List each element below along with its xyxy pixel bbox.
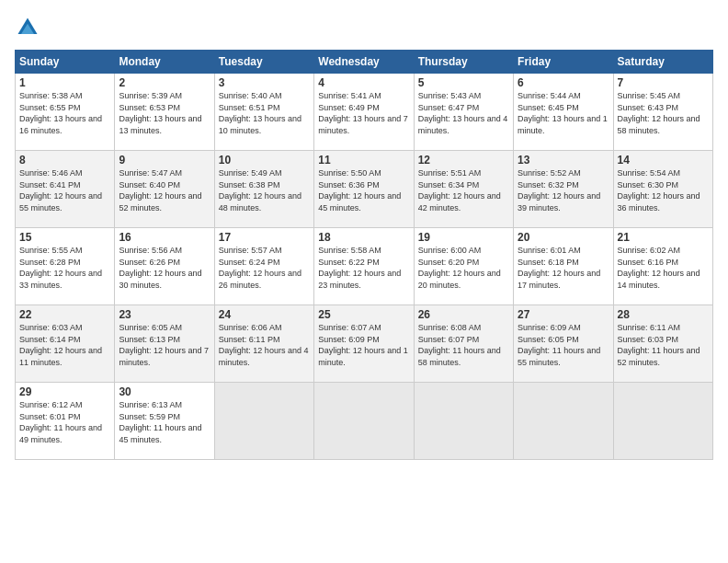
- table-row: 7Sunrise: 5:45 AMSunset: 6:43 PMDaylight…: [613, 74, 712, 151]
- table-row: 20Sunrise: 6:01 AMSunset: 6:18 PMDayligh…: [514, 228, 613, 305]
- day-number: 2: [119, 76, 210, 89]
- table-row: 5Sunrise: 5:43 AMSunset: 6:47 PMDaylight…: [414, 74, 513, 151]
- day-detail: Sunrise: 5:40 AMSunset: 6:51 PMDaylight:…: [219, 91, 301, 135]
- day-detail: Sunrise: 5:47 AMSunset: 6:40 PMDaylight:…: [119, 168, 201, 213]
- calendar-table: Sunday Monday Tuesday Wednesday Thursday…: [15, 50, 713, 460]
- header: [15, 15, 713, 40]
- day-number: 24: [219, 308, 310, 321]
- day-detail: Sunrise: 6:08 AMSunset: 6:07 PMDaylight:…: [418, 323, 501, 367]
- day-detail: Sunrise: 5:43 AMSunset: 6:47 PMDaylight:…: [418, 91, 508, 135]
- day-detail: Sunrise: 5:52 AMSunset: 6:32 PMDaylight:…: [518, 168, 600, 213]
- table-row: 9Sunrise: 5:47 AMSunset: 6:40 PMDaylight…: [115, 151, 214, 228]
- page-container: Sunday Monday Tuesday Wednesday Thursday…: [0, 0, 728, 563]
- day-detail: Sunrise: 5:57 AMSunset: 6:24 PMDaylight:…: [219, 246, 301, 290]
- day-number: 13: [518, 154, 609, 167]
- day-number: 1: [19, 76, 110, 89]
- day-number: 27: [518, 308, 609, 321]
- day-detail: Sunrise: 5:51 AMSunset: 6:34 PMDaylight:…: [418, 168, 501, 213]
- day-detail: Sunrise: 6:07 AMSunset: 6:09 PMDaylight:…: [318, 323, 408, 367]
- day-detail: Sunrise: 5:41 AMSunset: 6:49 PMDaylight:…: [318, 91, 408, 135]
- day-detail: Sunrise: 5:44 AMSunset: 6:45 PMDaylight:…: [518, 91, 608, 135]
- table-row: 8Sunrise: 5:46 AMSunset: 6:41 PMDaylight…: [16, 151, 115, 228]
- day-number: 5: [418, 76, 509, 89]
- day-number: 19: [418, 231, 509, 244]
- col-saturday: Saturday: [613, 51, 712, 74]
- calendar-row: 22Sunrise: 6:03 AMSunset: 6:14 PMDayligh…: [16, 305, 713, 383]
- day-number: 6: [518, 76, 609, 89]
- day-number: 4: [318, 76, 409, 89]
- table-row: [613, 383, 712, 460]
- day-detail: Sunrise: 6:06 AMSunset: 6:11 PMDaylight:…: [219, 323, 309, 367]
- table-row: 11Sunrise: 5:50 AMSunset: 6:36 PMDayligh…: [314, 151, 414, 228]
- col-wednesday: Wednesday: [314, 51, 414, 74]
- day-number: 11: [318, 154, 409, 167]
- day-detail: Sunrise: 6:12 AMSunset: 6:01 PMDaylight:…: [19, 400, 102, 444]
- day-detail: Sunrise: 5:56 AMSunset: 6:26 PMDaylight:…: [119, 246, 201, 290]
- day-detail: Sunrise: 6:00 AMSunset: 6:20 PMDaylight:…: [418, 246, 501, 290]
- table-row: 4Sunrise: 5:41 AMSunset: 6:49 PMDaylight…: [314, 74, 414, 151]
- day-number: 28: [618, 308, 709, 321]
- col-tuesday: Tuesday: [214, 51, 313, 74]
- day-number: 15: [19, 231, 110, 244]
- day-number: 10: [219, 154, 310, 167]
- day-detail: Sunrise: 5:50 AMSunset: 6:36 PMDaylight:…: [318, 168, 401, 213]
- header-row: Sunday Monday Tuesday Wednesday Thursday…: [16, 51, 713, 74]
- day-number: 8: [19, 154, 110, 167]
- col-monday: Monday: [115, 51, 214, 74]
- table-row: 12Sunrise: 5:51 AMSunset: 6:34 PMDayligh…: [414, 151, 513, 228]
- col-friday: Friday: [514, 51, 613, 74]
- logo: [15, 15, 44, 40]
- day-detail: Sunrise: 6:05 AMSunset: 6:13 PMDaylight:…: [119, 323, 209, 367]
- day-number: 26: [418, 308, 509, 321]
- calendar-row: 8Sunrise: 5:46 AMSunset: 6:41 PMDaylight…: [16, 151, 713, 228]
- day-number: 9: [119, 154, 210, 167]
- table-row: [414, 383, 513, 460]
- day-detail: Sunrise: 5:38 AMSunset: 6:55 PMDaylight:…: [19, 91, 102, 135]
- day-detail: Sunrise: 5:54 AMSunset: 6:30 PMDaylight:…: [618, 168, 700, 213]
- day-number: 29: [19, 385, 110, 398]
- day-number: 30: [119, 385, 210, 398]
- table-row: 27Sunrise: 6:09 AMSunset: 6:05 PMDayligh…: [514, 305, 613, 383]
- calendar-row: 29Sunrise: 6:12 AMSunset: 6:01 PMDayligh…: [16, 383, 713, 460]
- calendar-row: 15Sunrise: 5:55 AMSunset: 6:28 PMDayligh…: [16, 228, 713, 305]
- day-number: 16: [119, 231, 210, 244]
- day-detail: Sunrise: 5:55 AMSunset: 6:28 PMDaylight:…: [19, 246, 102, 290]
- table-row: 29Sunrise: 6:12 AMSunset: 6:01 PMDayligh…: [16, 383, 115, 460]
- table-row: 10Sunrise: 5:49 AMSunset: 6:38 PMDayligh…: [214, 151, 313, 228]
- table-row: 17Sunrise: 5:57 AMSunset: 6:24 PMDayligh…: [214, 228, 313, 305]
- day-number: 3: [219, 76, 310, 89]
- day-detail: Sunrise: 6:02 AMSunset: 6:16 PMDaylight:…: [618, 246, 700, 290]
- day-number: 14: [618, 154, 709, 167]
- col-thursday: Thursday: [414, 51, 513, 74]
- day-detail: Sunrise: 6:09 AMSunset: 6:05 PMDaylight:…: [518, 323, 600, 367]
- table-row: 2Sunrise: 5:39 AMSunset: 6:53 PMDaylight…: [115, 74, 214, 151]
- day-detail: Sunrise: 5:46 AMSunset: 6:41 PMDaylight:…: [19, 168, 102, 213]
- table-row: 24Sunrise: 6:06 AMSunset: 6:11 PMDayligh…: [214, 305, 313, 383]
- table-row: 13Sunrise: 5:52 AMSunset: 6:32 PMDayligh…: [514, 151, 613, 228]
- table-row: 30Sunrise: 6:13 AMSunset: 5:59 PMDayligh…: [115, 383, 214, 460]
- day-detail: Sunrise: 5:39 AMSunset: 6:53 PMDaylight:…: [119, 91, 201, 135]
- table-row: 28Sunrise: 6:11 AMSunset: 6:03 PMDayligh…: [613, 305, 712, 383]
- table-row: 14Sunrise: 5:54 AMSunset: 6:30 PMDayligh…: [613, 151, 712, 228]
- table-row: 22Sunrise: 6:03 AMSunset: 6:14 PMDayligh…: [16, 305, 115, 383]
- day-number: 7: [618, 76, 709, 89]
- day-number: 18: [318, 231, 409, 244]
- day-number: 23: [119, 308, 210, 321]
- table-row: 1Sunrise: 5:38 AMSunset: 6:55 PMDaylight…: [16, 74, 115, 151]
- logo-icon: [15, 15, 40, 40]
- table-row: [214, 383, 313, 460]
- table-row: 26Sunrise: 6:08 AMSunset: 6:07 PMDayligh…: [414, 305, 513, 383]
- day-detail: Sunrise: 5:49 AMSunset: 6:38 PMDaylight:…: [219, 168, 301, 213]
- day-detail: Sunrise: 5:45 AMSunset: 6:43 PMDaylight:…: [618, 91, 700, 135]
- table-row: 21Sunrise: 6:02 AMSunset: 6:16 PMDayligh…: [613, 228, 712, 305]
- day-detail: Sunrise: 6:01 AMSunset: 6:18 PMDaylight:…: [518, 246, 600, 290]
- table-row: 23Sunrise: 6:05 AMSunset: 6:13 PMDayligh…: [115, 305, 214, 383]
- day-number: 22: [19, 308, 110, 321]
- table-row: 15Sunrise: 5:55 AMSunset: 6:28 PMDayligh…: [16, 228, 115, 305]
- table-row: 3Sunrise: 5:40 AMSunset: 6:51 PMDaylight…: [214, 74, 313, 151]
- day-detail: Sunrise: 6:11 AMSunset: 6:03 PMDaylight:…: [618, 323, 700, 367]
- day-number: 20: [518, 231, 609, 244]
- table-row: 6Sunrise: 5:44 AMSunset: 6:45 PMDaylight…: [514, 74, 613, 151]
- day-detail: Sunrise: 6:03 AMSunset: 6:14 PMDaylight:…: [19, 323, 102, 367]
- day-detail: Sunrise: 5:58 AMSunset: 6:22 PMDaylight:…: [318, 246, 401, 290]
